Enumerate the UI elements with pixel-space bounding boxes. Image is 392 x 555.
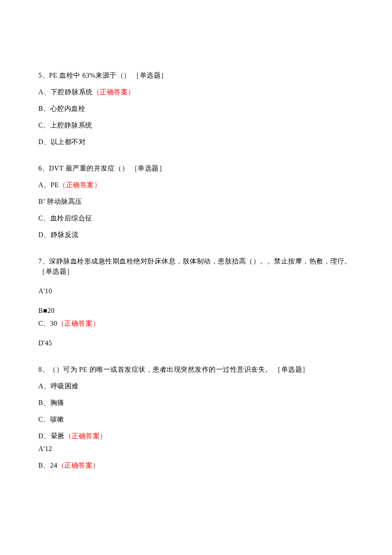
question-stem: 8、（）可为 PE 的唯一或首发症状，患者出现突然发作的一过性意识丧失。 ［单选… [38, 364, 354, 375]
question-stem: 6、DVT 最严重的并发症（） ［单选题］ [38, 163, 354, 173]
correct-answer-label: （正确答案） [59, 181, 101, 188]
correct-answer-label: （正确答案） [58, 320, 100, 327]
option-b2: B、24（正确答案） [38, 460, 354, 471]
correct-answer-label: （正确答案） [93, 88, 135, 95]
question-5: 5、PE 血栓中 63%来源于（） ［单选题］ A、下腔静脉系统（正确答案） B… [38, 70, 354, 147]
option-text: D、晕厥 [38, 432, 65, 439]
option-d: D、晕厥（正确答案） [38, 431, 354, 441]
option-b: B’ 肺动脉高压 [38, 197, 354, 207]
question-8: 8、（）可为 PE 的唯一或首发症状，患者出现突然发作的一过性意识丧失。 ［单选… [38, 364, 354, 471]
option-text: A、PE [38, 181, 59, 188]
option-b: B■20 [38, 306, 354, 316]
correct-answer-label: （正确答案） [58, 462, 100, 469]
option-text: A、下腔静脉系统 [38, 88, 93, 95]
option-d: D'45 [38, 338, 354, 348]
option-b: B、胸痛 [38, 398, 354, 408]
option-d: D、以上都不对 [38, 137, 354, 147]
option-a: A、呼吸困难 [38, 381, 354, 391]
option-c: C、上腔静脉系统 [38, 120, 354, 130]
option-c: C、30（正确答案） [38, 318, 354, 329]
question-stem: 7、深静脉血栓形成急性期血栓绝对卧床休息，肢体制动，患肢抬高（）。。禁止按摩，热… [38, 256, 354, 277]
option-c: C、咳嗽 [38, 414, 354, 425]
option-a: A'10 [38, 286, 354, 296]
option-a2: A'12 [38, 444, 354, 454]
question-stem: 5、PE 血栓中 63%来源于（） ［单选题］ [38, 70, 354, 81]
question-7: 7、深静脉血栓形成急性期血栓绝对卧床休息，肢体制动，患肢抬高（）。。禁止按摩，热… [38, 256, 354, 348]
option-c: C、血栓后综合征 [38, 213, 354, 223]
option-a: A、下腔静脉系统（正确答案） [38, 87, 354, 97]
option-a: A、PE（正确答案） [38, 180, 354, 190]
option-text: C、30 [38, 320, 58, 327]
question-6: 6、DVT 最严重的并发症（） ［单选题］ A、PE（正确答案） B’ 肺动脉高… [38, 163, 354, 240]
option-b: B、心腔内血栓 [38, 104, 354, 114]
correct-answer-label: （正确答案） [65, 432, 107, 439]
option-text: B、24 [38, 462, 58, 469]
option-d: D、静脉反流 [38, 230, 354, 240]
